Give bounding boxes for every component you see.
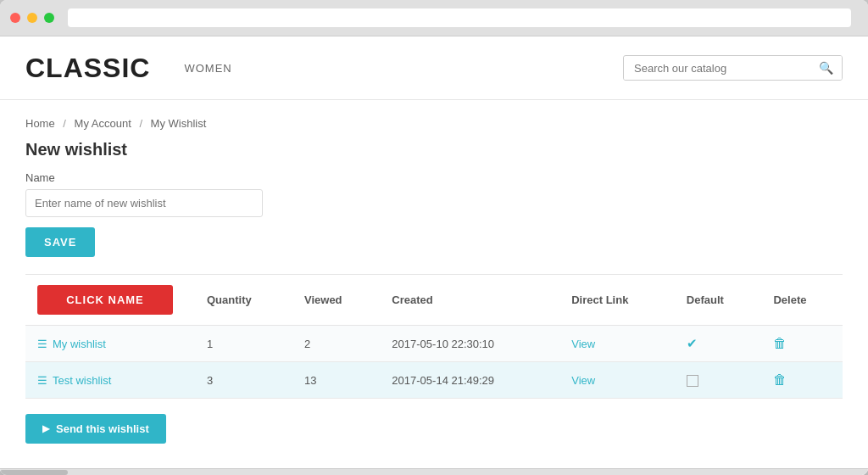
th-created: Created xyxy=(380,275,559,326)
send-arrow-icon: ▶ xyxy=(42,423,49,434)
breadcrumb: Home / My Account / My Wishlist xyxy=(25,117,843,130)
send-wishlist-label: Send this wishlist xyxy=(56,422,149,435)
page-content: CLASSIC WOMEN 🔍 Home / My Account / My W… xyxy=(0,36,868,475)
view-link[interactable]: View xyxy=(571,374,595,387)
scrollbar-thumb[interactable] xyxy=(0,470,68,475)
wishlist-name-cell: ☰My wishlist xyxy=(25,326,195,362)
view-link[interactable]: View xyxy=(571,338,595,350)
save-button[interactable]: SAVE xyxy=(25,227,95,257)
wishlist-delete: 🗑 xyxy=(761,326,843,362)
minimize-dot[interactable] xyxy=(27,13,37,23)
name-label: Name xyxy=(25,171,843,184)
breadcrumb-sep-1: / xyxy=(63,117,69,130)
close-dot[interactable] xyxy=(10,13,20,23)
list-icon: ☰ xyxy=(37,374,47,387)
wishlist-name-input[interactable] xyxy=(25,189,263,217)
wishlist-direct-link: View xyxy=(559,326,675,362)
wishlist-name-link[interactable]: ☰Test wishlist xyxy=(37,374,183,387)
wishlist-name-cell: ☰Test wishlist xyxy=(25,362,195,399)
th-delete: Delete xyxy=(761,275,843,326)
wishlist-name-link[interactable]: ☰My wishlist xyxy=(37,338,183,350)
wishlist-quantity: 1 xyxy=(195,326,292,362)
th-direct-link: Direct Link xyxy=(559,275,675,326)
th-default: Default xyxy=(675,275,762,326)
th-viewed: Viewed xyxy=(292,275,380,326)
breadcrumb-wishlist[interactable]: My Wishlist xyxy=(151,117,207,130)
search-button[interactable]: 🔍 xyxy=(810,56,842,80)
search-input[interactable] xyxy=(624,57,810,80)
wishlist-direct-link: View xyxy=(559,362,675,399)
list-icon: ☰ xyxy=(37,338,47,350)
scrollbar-area xyxy=(0,468,868,475)
main-content: Home / My Account / My Wishlist New wish… xyxy=(0,100,868,468)
click-name-button[interactable]: CLICK NAME xyxy=(37,285,173,315)
breadcrumb-account[interactable]: My Account xyxy=(75,117,131,130)
wishlist-created: 2017-05-10 22:30:10 xyxy=(380,326,559,362)
send-wishlist-button[interactable]: ▶ Send this wishlist xyxy=(25,414,166,444)
wishlist-delete: 🗑 xyxy=(761,362,843,399)
page-title: New wishlist xyxy=(25,140,843,159)
wishlist-viewed: 13 xyxy=(292,362,380,399)
wishlist-table: CLICK NAME Quantity Viewed Created Direc… xyxy=(25,274,843,399)
delete-icon[interactable]: 🗑 xyxy=(773,372,787,387)
table-row: ☰Test wishlist3132017-05-14 21:49:29View… xyxy=(25,362,843,399)
search-bar: 🔍 xyxy=(623,55,843,81)
address-bar[interactable] xyxy=(68,8,851,27)
site-header: CLASSIC WOMEN 🔍 xyxy=(0,36,868,100)
header-left: CLASSIC WOMEN xyxy=(25,53,232,84)
checkbox-unchecked-icon xyxy=(687,375,698,387)
nav-women[interactable]: WOMEN xyxy=(184,62,231,75)
table-row: ☰My wishlist122017-05-10 22:30:10View✔🗑 xyxy=(25,326,843,362)
browser-window: CLASSIC WOMEN 🔍 Home / My Account / My W… xyxy=(0,0,868,475)
maximize-dot[interactable] xyxy=(44,13,54,23)
breadcrumb-home[interactable]: Home xyxy=(25,117,55,130)
checkbox-checked-icon: ✔ xyxy=(687,336,698,350)
breadcrumb-sep-2: / xyxy=(139,117,145,130)
wishlist-quantity: 3 xyxy=(195,362,292,399)
logo[interactable]: CLASSIC xyxy=(25,53,150,84)
wishlist-viewed: 2 xyxy=(292,326,380,362)
th-name: CLICK NAME xyxy=(25,275,195,326)
wishlist-default[interactable]: ✔ xyxy=(675,326,762,362)
wishlist-default[interactable] xyxy=(675,362,762,399)
th-quantity: Quantity xyxy=(195,275,292,326)
delete-icon[interactable]: 🗑 xyxy=(773,336,787,350)
wishlist-created: 2017-05-14 21:49:29 xyxy=(380,362,559,399)
browser-chrome xyxy=(0,0,868,36)
